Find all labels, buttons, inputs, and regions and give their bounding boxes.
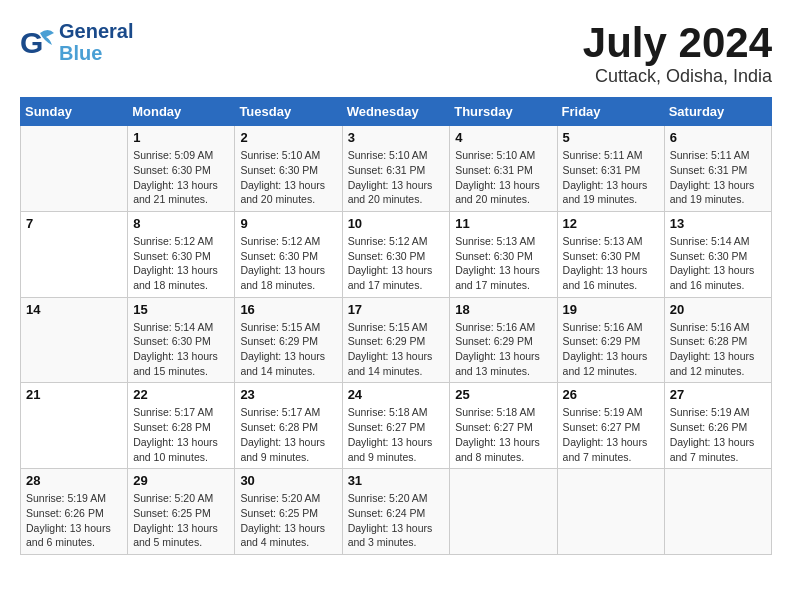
day-number: 16 [240, 302, 336, 317]
day-number: 7 [26, 216, 122, 231]
day-number: 13 [670, 216, 766, 231]
calendar-cell: 20Sunrise: 5:16 AM Sunset: 6:28 PM Dayli… [664, 297, 771, 383]
day-number: 20 [670, 302, 766, 317]
day-info: Sunrise: 5:18 AM Sunset: 6:27 PM Dayligh… [455, 405, 551, 464]
calendar-cell: 24Sunrise: 5:18 AM Sunset: 6:27 PM Dayli… [342, 383, 450, 469]
month-title: July 2024 [583, 20, 772, 66]
logo-icon: G [20, 25, 55, 60]
calendar-cell: 3Sunrise: 5:10 AM Sunset: 6:31 PM Daylig… [342, 126, 450, 212]
calendar-table: SundayMondayTuesdayWednesdayThursdayFrid… [20, 97, 772, 555]
weekday-header: Wednesday [342, 98, 450, 126]
day-info: Sunrise: 5:12 AM Sunset: 6:30 PM Dayligh… [240, 234, 336, 293]
day-number: 24 [348, 387, 445, 402]
calendar-cell [450, 469, 557, 555]
day-number: 3 [348, 130, 445, 145]
day-number: 10 [348, 216, 445, 231]
calendar-cell: 27Sunrise: 5:19 AM Sunset: 6:26 PM Dayli… [664, 383, 771, 469]
day-number: 18 [455, 302, 551, 317]
calendar-cell: 30Sunrise: 5:20 AM Sunset: 6:25 PM Dayli… [235, 469, 342, 555]
day-info: Sunrise: 5:18 AM Sunset: 6:27 PM Dayligh… [348, 405, 445, 464]
day-info: Sunrise: 5:19 AM Sunset: 6:27 PM Dayligh… [563, 405, 659, 464]
calendar-cell: 11Sunrise: 5:13 AM Sunset: 6:30 PM Dayli… [450, 211, 557, 297]
day-number: 21 [26, 387, 122, 402]
calendar-cell [21, 126, 128, 212]
day-info: Sunrise: 5:19 AM Sunset: 6:26 PM Dayligh… [670, 405, 766, 464]
logo-blue: Blue [59, 42, 133, 64]
calendar-cell: 10Sunrise: 5:12 AM Sunset: 6:30 PM Dayli… [342, 211, 450, 297]
calendar-cell: 4Sunrise: 5:10 AM Sunset: 6:31 PM Daylig… [450, 126, 557, 212]
day-info: Sunrise: 5:17 AM Sunset: 6:28 PM Dayligh… [133, 405, 229, 464]
calendar-week-row: 2122Sunrise: 5:17 AM Sunset: 6:28 PM Day… [21, 383, 772, 469]
day-info: Sunrise: 5:20 AM Sunset: 6:25 PM Dayligh… [240, 491, 336, 550]
day-number: 5 [563, 130, 659, 145]
day-number: 12 [563, 216, 659, 231]
calendar-cell: 7 [21, 211, 128, 297]
weekday-header: Saturday [664, 98, 771, 126]
day-number: 26 [563, 387, 659, 402]
calendar-cell: 15Sunrise: 5:14 AM Sunset: 6:30 PM Dayli… [128, 297, 235, 383]
calendar-cell: 6Sunrise: 5:11 AM Sunset: 6:31 PM Daylig… [664, 126, 771, 212]
calendar-week-row: 1415Sunrise: 5:14 AM Sunset: 6:30 PM Day… [21, 297, 772, 383]
day-number: 28 [26, 473, 122, 488]
calendar-cell: 26Sunrise: 5:19 AM Sunset: 6:27 PM Dayli… [557, 383, 664, 469]
calendar-cell: 13Sunrise: 5:14 AM Sunset: 6:30 PM Dayli… [664, 211, 771, 297]
weekday-header: Monday [128, 98, 235, 126]
day-number: 25 [455, 387, 551, 402]
calendar-cell: 18Sunrise: 5:16 AM Sunset: 6:29 PM Dayli… [450, 297, 557, 383]
day-number: 11 [455, 216, 551, 231]
day-info: Sunrise: 5:17 AM Sunset: 6:28 PM Dayligh… [240, 405, 336, 464]
day-number: 9 [240, 216, 336, 231]
day-number: 31 [348, 473, 445, 488]
day-info: Sunrise: 5:19 AM Sunset: 6:26 PM Dayligh… [26, 491, 122, 550]
day-info: Sunrise: 5:20 AM Sunset: 6:24 PM Dayligh… [348, 491, 445, 550]
weekday-header: Sunday [21, 98, 128, 126]
page-header: G General Blue July 2024 Cuttack, Odisha… [20, 20, 772, 87]
logo-general: General [59, 20, 133, 42]
calendar-week-row: 28Sunrise: 5:19 AM Sunset: 6:26 PM Dayli… [21, 469, 772, 555]
location-title: Cuttack, Odisha, India [583, 66, 772, 87]
title-block: July 2024 Cuttack, Odisha, India [583, 20, 772, 87]
calendar-cell: 29Sunrise: 5:20 AM Sunset: 6:25 PM Dayli… [128, 469, 235, 555]
calendar-cell [557, 469, 664, 555]
day-number: 27 [670, 387, 766, 402]
day-info: Sunrise: 5:14 AM Sunset: 6:30 PM Dayligh… [670, 234, 766, 293]
day-number: 2 [240, 130, 336, 145]
day-info: Sunrise: 5:14 AM Sunset: 6:30 PM Dayligh… [133, 320, 229, 379]
calendar-cell: 25Sunrise: 5:18 AM Sunset: 6:27 PM Dayli… [450, 383, 557, 469]
calendar-cell: 12Sunrise: 5:13 AM Sunset: 6:30 PM Dayli… [557, 211, 664, 297]
logo: G General Blue [20, 20, 133, 64]
calendar-cell: 16Sunrise: 5:15 AM Sunset: 6:29 PM Dayli… [235, 297, 342, 383]
calendar-cell: 8Sunrise: 5:12 AM Sunset: 6:30 PM Daylig… [128, 211, 235, 297]
day-info: Sunrise: 5:15 AM Sunset: 6:29 PM Dayligh… [348, 320, 445, 379]
day-number: 15 [133, 302, 229, 317]
day-info: Sunrise: 5:20 AM Sunset: 6:25 PM Dayligh… [133, 491, 229, 550]
calendar-cell: 9Sunrise: 5:12 AM Sunset: 6:30 PM Daylig… [235, 211, 342, 297]
day-number: 22 [133, 387, 229, 402]
day-number: 4 [455, 130, 551, 145]
day-info: Sunrise: 5:10 AM Sunset: 6:30 PM Dayligh… [240, 148, 336, 207]
svg-text:G: G [20, 26, 43, 59]
calendar-cell: 28Sunrise: 5:19 AM Sunset: 6:26 PM Dayli… [21, 469, 128, 555]
calendar-cell: 22Sunrise: 5:17 AM Sunset: 6:28 PM Dayli… [128, 383, 235, 469]
day-number: 19 [563, 302, 659, 317]
day-info: Sunrise: 5:12 AM Sunset: 6:30 PM Dayligh… [133, 234, 229, 293]
calendar-week-row: 1Sunrise: 5:09 AM Sunset: 6:30 PM Daylig… [21, 126, 772, 212]
day-number: 8 [133, 216, 229, 231]
weekday-header: Thursday [450, 98, 557, 126]
day-number: 23 [240, 387, 336, 402]
calendar-cell: 1Sunrise: 5:09 AM Sunset: 6:30 PM Daylig… [128, 126, 235, 212]
day-number: 29 [133, 473, 229, 488]
day-info: Sunrise: 5:13 AM Sunset: 6:30 PM Dayligh… [455, 234, 551, 293]
weekday-header-row: SundayMondayTuesdayWednesdayThursdayFrid… [21, 98, 772, 126]
day-number: 14 [26, 302, 122, 317]
day-info: Sunrise: 5:10 AM Sunset: 6:31 PM Dayligh… [348, 148, 445, 207]
calendar-cell: 17Sunrise: 5:15 AM Sunset: 6:29 PM Dayli… [342, 297, 450, 383]
day-info: Sunrise: 5:10 AM Sunset: 6:31 PM Dayligh… [455, 148, 551, 207]
calendar-week-row: 78Sunrise: 5:12 AM Sunset: 6:30 PM Dayli… [21, 211, 772, 297]
day-info: Sunrise: 5:16 AM Sunset: 6:29 PM Dayligh… [455, 320, 551, 379]
calendar-cell: 19Sunrise: 5:16 AM Sunset: 6:29 PM Dayli… [557, 297, 664, 383]
weekday-header: Tuesday [235, 98, 342, 126]
calendar-cell: 21 [21, 383, 128, 469]
calendar-cell [664, 469, 771, 555]
day-info: Sunrise: 5:09 AM Sunset: 6:30 PM Dayligh… [133, 148, 229, 207]
